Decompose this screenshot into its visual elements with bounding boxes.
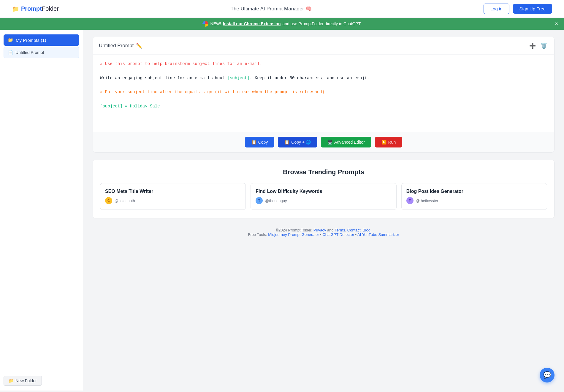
prompt-actions: 📋 Copy 📋 Copy + 🌐 🖥️ Advanced Editor ▶️ …	[93, 132, 554, 152]
privacy-link[interactable]: Privacy	[313, 228, 326, 232]
advanced-editor-label: Advanced Editor	[334, 140, 365, 145]
sidebar-item-untitled-prompt[interactable]: 📄 Untitled Prompt	[4, 47, 79, 58]
prompt-card: Untitled Prompt ✏️ ➕ 🗑️ # Use this promp…	[93, 37, 555, 153]
assignment-text: [subject] = Holiday Sale	[100, 104, 160, 109]
footer: ©2024 PromptFolder. Privacy and Terms. C…	[93, 218, 555, 243]
run-label: Run	[388, 140, 396, 145]
trending-card-title-1: Find Low Difficulty Keywords	[256, 189, 391, 194]
header: 📁 PromptFolder The Ultimate AI Prompt Ma…	[0, 0, 564, 18]
banner-close-button[interactable]: ×	[555, 21, 558, 26]
run-icon: ▶️	[381, 140, 386, 145]
chat-button[interactable]: 💬	[540, 368, 555, 383]
prompt-line-3: # Put your subject line after the equals…	[100, 89, 547, 96]
copyright: ©2024 PromptFolder.	[275, 228, 312, 232]
normal-text-2b: . Keep it under 50 characters, and use a…	[250, 76, 369, 80]
blog-link[interactable]: Blog	[363, 228, 370, 232]
banner-new: NEW!	[210, 21, 221, 26]
logo-icon: 📁	[12, 5, 19, 12]
copy-plus-label: Copy + 🌐	[291, 140, 311, 145]
footer-line-2: Free Tools: Midjourney Prompt Generator …	[97, 232, 550, 237]
copy-label: Copy	[258, 140, 268, 145]
signup-button[interactable]: Sign Up Free	[513, 4, 552, 14]
folder-icon: 📁	[8, 37, 13, 43]
avatar-0: C	[105, 197, 112, 204]
prompt-title-text: Untitled Prompt	[99, 43, 134, 49]
tool2-link[interactable]: ChatGPT Detector	[322, 232, 354, 237]
comment-text-3: # Put your subject line after the equals…	[100, 90, 324, 94]
prompt-icon: 📄	[8, 50, 13, 55]
trending-card-author-2: F @theflowster	[406, 197, 542, 204]
layout: 📁 My Prompts (1) 📄 Untitled Prompt 📁 New…	[0, 30, 564, 391]
trending-title: Browse Trending Prompts	[100, 168, 547, 176]
banner: NEW! Install our Chrome Extension and us…	[0, 18, 564, 30]
comment-text-1: # Use this prompt to help brainstorm sub…	[100, 61, 262, 66]
sidebar: 📁 My Prompts (1) 📄 Untitled Prompt 📁 New…	[0, 30, 83, 391]
free-tools-label: Free Tools:	[248, 232, 267, 237]
trending-grid: SEO Meta Title Writer C @colesouth Find …	[100, 183, 547, 210]
trending-card-author-1: T @theseoguy	[256, 197, 391, 204]
terms-link[interactable]: Terms	[335, 228, 345, 232]
prompt-body: # Use this prompt to help brainstorm sub…	[93, 55, 554, 132]
tool1-link[interactable]: Midjourney Prompt Generator	[268, 232, 319, 237]
trending-card-0[interactable]: SEO Meta Title Writer C @colesouth	[100, 183, 246, 210]
header-title: The Ultimate AI Prompt Manager 🧠	[231, 6, 312, 12]
header-actions: Log in Sign Up Free	[484, 4, 552, 14]
run-button[interactable]: ▶️ Run	[375, 137, 403, 147]
add-prompt-button[interactable]: ➕	[528, 41, 537, 50]
copy-plus-button[interactable]: 📋 Copy + 🌐	[278, 137, 317, 147]
logo-text: PromptFolder	[21, 5, 59, 12]
copy-icon: 📋	[251, 140, 256, 145]
prompt-line-1: # Use this prompt to help brainstorm sub…	[100, 61, 547, 68]
footer-line-1: ©2024 PromptFolder. Privacy and Terms. C…	[97, 228, 550, 232]
new-folder-button[interactable]: 📁 New Folder	[4, 376, 42, 386]
trending-section: Browse Trending Prompts SEO Meta Title W…	[93, 160, 555, 218]
chat-icon: 💬	[543, 371, 551, 379]
trending-card-author-0: C @colesouth	[105, 197, 241, 204]
new-folder-icon: 📁	[9, 378, 14, 383]
advanced-editor-icon: 🖥️	[327, 140, 332, 145]
normal-text-2: Write an engaging subject line for an e-…	[100, 76, 227, 80]
prompt-line-4: [subject] = Holiday Sale	[100, 103, 547, 110]
footer-and: and	[327, 228, 335, 232]
author-name-1: @theseoguy	[265, 199, 287, 203]
sidebar-bottom: 📁 New Folder	[4, 371, 79, 386]
banner-text-after: and use PromptFolder directly in ChatGPT…	[282, 21, 361, 26]
contact-link[interactable]: Contact	[347, 228, 361, 232]
avatar-1: T	[256, 197, 263, 204]
trending-card-title-2: Blog Post Idea Generator	[406, 189, 542, 194]
trending-card-1[interactable]: Find Low Difficulty Keywords T @theseogu…	[251, 183, 396, 210]
sidebar-item-my-prompts[interactable]: 📁 My Prompts (1)	[4, 34, 79, 46]
prompt-line-2: Write an engaging subject line for an e-…	[100, 75, 547, 82]
prompt-header-actions: ➕ 🗑️	[528, 41, 548, 50]
trending-card-title-0: SEO Meta Title Writer	[105, 189, 241, 194]
chrome-icon	[202, 21, 208, 27]
copy-plus-icon: 📋	[284, 140, 289, 145]
prompt-card-header: Untitled Prompt ✏️ ➕ 🗑️	[93, 37, 554, 55]
sidebar-folder-label: My Prompts (1)	[16, 38, 46, 43]
sidebar-prompt-label: Untitled Prompt	[15, 50, 44, 55]
login-button[interactable]: Log in	[484, 4, 509, 14]
author-name-0: @colesouth	[115, 199, 135, 203]
new-folder-label: New Folder	[15, 378, 37, 383]
avatar-2: F	[406, 197, 414, 204]
trending-card-2[interactable]: Blog Post Idea Generator F @theflowster	[401, 183, 547, 210]
tool3-link[interactable]: AI YouTube Summarizer	[357, 232, 399, 237]
copy-button[interactable]: 📋 Copy	[245, 137, 275, 147]
logo[interactable]: 📁 PromptFolder	[12, 5, 59, 12]
main-content: Untitled Prompt ✏️ ➕ 🗑️ # Use this promp…	[83, 30, 564, 391]
edit-icon: ✏️	[136, 43, 142, 49]
prompt-title: Untitled Prompt ✏️	[99, 43, 142, 49]
delete-prompt-button[interactable]: 🗑️	[539, 41, 548, 50]
banner-link[interactable]: Install our Chrome Extension	[223, 21, 281, 26]
author-name-2: @theflowster	[416, 199, 438, 203]
variable-text: [subject]	[227, 76, 250, 80]
advanced-editor-button[interactable]: 🖥️ Advanced Editor	[321, 137, 371, 147]
bullet-2: •	[355, 232, 357, 237]
